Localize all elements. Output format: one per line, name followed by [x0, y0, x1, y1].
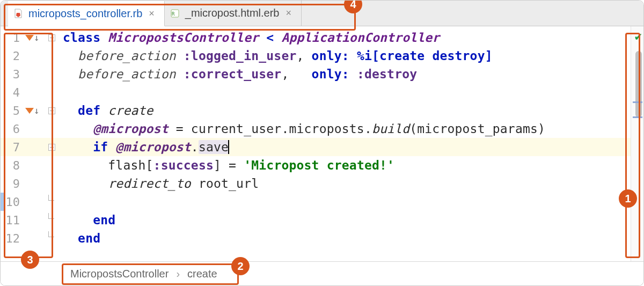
code-line[interactable]: redirect_to root_url	[56, 174, 631, 193]
tab-micropost-erb[interactable]: R _micropost.html.erb ×	[165, 1, 302, 26]
code-line[interactable]	[56, 193, 631, 211]
code-line[interactable]: flash[:success] = 'Micropost created!'	[56, 156, 631, 174]
line-number: 8	[1, 159, 23, 172]
editor: 1 ↓ 2 3 4 5 ↓ 6 7 8 9 10 11 12 class Mic…	[1, 26, 643, 261]
error-stripe-marker[interactable]	[633, 116, 642, 118]
code-line-current[interactable]: if @micropost.save	[56, 138, 631, 156]
tab-label: microposts_controller.rb	[28, 8, 142, 20]
gutter[interactable]: 1 ↓ 2 3 4 5 ↓ 6 7 8 9 10 11 12	[1, 26, 56, 261]
code-line[interactable]: end	[56, 211, 631, 229]
chevron-right-icon: ›	[174, 268, 182, 280]
inspection-ok-icon[interactable]: ✔	[635, 30, 642, 43]
line-number: 1	[1, 31, 23, 45]
code-line[interactable]: class MicropostsController < Application…	[56, 28, 631, 47]
line-number: 12	[1, 232, 23, 245]
vcs-marker-icon[interactable]	[25, 35, 34, 41]
fold-end-icon[interactable]	[48, 231, 54, 237]
line-number: 11	[1, 214, 23, 227]
line-number: 7	[1, 141, 23, 154]
fold-toggle-icon[interactable]	[48, 144, 55, 151]
line-number: 6	[1, 122, 23, 136]
scroll-thumb[interactable]	[635, 51, 642, 118]
fold-toggle-icon[interactable]	[48, 107, 55, 114]
scrollbar[interactable]: ✔	[631, 26, 643, 261]
fold-end-icon[interactable]	[48, 213, 54, 219]
line-number: 9	[1, 177, 23, 190]
line-number: 4	[1, 86, 23, 99]
fold-end-icon[interactable]	[48, 195, 54, 201]
line-number: 5	[1, 104, 23, 118]
code-line[interactable]: end	[56, 229, 631, 247]
arrow-down-icon: ↓	[34, 32, 39, 43]
code-area[interactable]: class MicropostsController < Application…	[56, 26, 631, 261]
fold-toggle-icon[interactable]	[48, 34, 55, 41]
change-marker-icon[interactable]	[1, 193, 5, 211]
tab-bar: microposts_controller.rb × R _micropost.…	[1, 1, 643, 26]
close-icon[interactable]: ×	[284, 8, 292, 19]
tab-microposts-controller[interactable]: microposts_controller.rb ×	[8, 1, 165, 26]
ruby-file-icon	[13, 9, 23, 18]
breadcrumb-item[interactable]: MicropostsController	[70, 268, 169, 280]
arrow-down-icon: ↓	[34, 105, 39, 116]
code-line[interactable]: before_action :logged_in_user, only: %i[…	[56, 47, 631, 65]
erb-file-icon: R	[170, 9, 180, 18]
editor-window: microposts_controller.rb × R _micropost.…	[0, 0, 644, 286]
breadcrumb: MicropostsController › create	[1, 261, 643, 286]
code-line[interactable]: @micropost = current_user.microposts.bui…	[56, 120, 631, 138]
error-stripe-marker[interactable]	[633, 101, 642, 103]
breadcrumb-item[interactable]: create	[187, 268, 217, 280]
tab-label: _micropost.html.erb	[185, 7, 280, 19]
text-cursor	[228, 140, 229, 154]
svg-text:R: R	[172, 11, 175, 17]
close-icon[interactable]: ×	[148, 8, 156, 19]
line-number: 2	[1, 49, 23, 63]
code-line[interactable]: def create	[56, 101, 631, 120]
line-number: 3	[1, 68, 23, 81]
code-line[interactable]	[56, 83, 631, 101]
vcs-marker-icon[interactable]	[25, 108, 34, 114]
code-line[interactable]: before_action :correct_user, only: :dest…	[56, 65, 631, 83]
